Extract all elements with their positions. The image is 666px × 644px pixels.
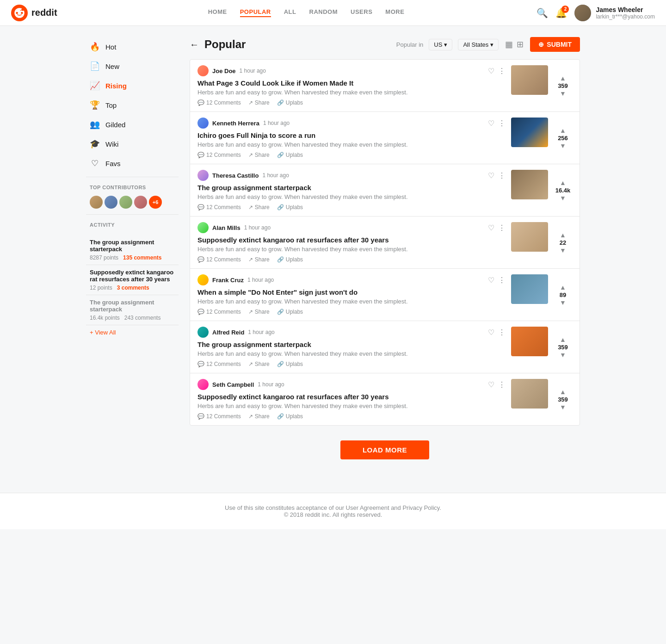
share-link-7[interactable]: ↗ Share bbox=[248, 413, 270, 420]
post-title-5[interactable]: When a simple "Do Not Enter" sign just w… bbox=[197, 288, 506, 296]
main-nav: HOME POPULAR ALL RANDOM USERS MORE bbox=[76, 8, 537, 17]
post-excerpt-4: Herbs are fun and easy to grow. When har… bbox=[197, 246, 506, 253]
uplabs-icon-4: 🔗 bbox=[277, 256, 284, 263]
downvote-button-3[interactable]: ▼ bbox=[560, 195, 566, 201]
nav-users[interactable]: USERS bbox=[351, 8, 372, 17]
nav-all[interactable]: ALL bbox=[284, 8, 296, 17]
sidebar-item-top[interactable]: 🏆 Top bbox=[86, 95, 179, 115]
sidebar-item-hot[interactable]: 🔥 Hot bbox=[86, 37, 179, 56]
heart-button-4[interactable]: ♡ bbox=[488, 223, 494, 232]
upvote-button-2[interactable]: ▲ bbox=[560, 127, 566, 134]
heart-button-2[interactable]: ♡ bbox=[488, 119, 494, 128]
share-label-1: Share bbox=[255, 99, 270, 106]
posts-container: Joe Doe 1 hour ago ♡ ⋮ What Page 3 Could… bbox=[190, 59, 580, 426]
post-title-4[interactable]: Supposedly extinct kangaroo rat resurfac… bbox=[197, 236, 506, 244]
uplabs-link-2[interactable]: 🔗 Uplabs bbox=[277, 152, 303, 158]
activity-comments-1[interactable]: 135 comments bbox=[123, 254, 161, 261]
list-view-button[interactable]: ▦ bbox=[504, 38, 514, 50]
more-button-7[interactable]: ⋮ bbox=[498, 380, 506, 389]
share-link-5[interactable]: ↗ Share bbox=[248, 309, 270, 315]
heart-button-6[interactable]: ♡ bbox=[488, 328, 494, 337]
sidebar-item-gilded[interactable]: 👥 Gilded bbox=[86, 115, 179, 134]
upvote-button-4[interactable]: ▲ bbox=[560, 232, 566, 238]
uplabs-link-7[interactable]: 🔗 Uplabs bbox=[277, 413, 303, 420]
upvote-button-1[interactable]: ▲ bbox=[560, 75, 566, 81]
activity-meta-3: 16.4k points 243 comments bbox=[90, 315, 175, 321]
heart-button-3[interactable]: ♡ bbox=[488, 171, 494, 180]
more-button-2[interactable]: ⋮ bbox=[498, 119, 506, 128]
comments-link-4[interactable]: 💬 12 Comments bbox=[197, 256, 241, 263]
sidebar-label-rising: Rising bbox=[105, 82, 127, 90]
heart-button-7[interactable]: ♡ bbox=[488, 380, 494, 389]
more-button-6[interactable]: ⋮ bbox=[498, 328, 506, 337]
share-label-3: Share bbox=[255, 204, 270, 211]
downvote-button-6[interactable]: ▼ bbox=[560, 352, 566, 358]
view-all-link[interactable]: + View All bbox=[86, 325, 179, 340]
downvote-button-4[interactable]: ▼ bbox=[560, 247, 566, 254]
uplabs-link-3[interactable]: 🔗 Uplabs bbox=[277, 204, 303, 211]
share-link-3[interactable]: ↗ Share bbox=[248, 204, 270, 211]
sidebar-item-favs[interactable]: ♡ Favs bbox=[86, 154, 179, 173]
more-button-1[interactable]: ⋮ bbox=[498, 67, 506, 75]
sidebar-item-new[interactable]: 📄 New bbox=[86, 56, 179, 76]
post-title-3[interactable]: The group assignment starterpack bbox=[197, 184, 506, 192]
uplabs-link-6[interactable]: 🔗 Uplabs bbox=[277, 361, 303, 367]
comments-link-5[interactable]: 💬 12 Comments bbox=[197, 309, 241, 315]
comments-link-3[interactable]: 💬 12 Comments bbox=[197, 204, 241, 211]
share-link-6[interactable]: ↗ Share bbox=[248, 361, 270, 367]
nav-popular[interactable]: POPULAR bbox=[240, 8, 271, 17]
share-link-1[interactable]: ↗ Share bbox=[248, 99, 270, 106]
comments-link-6[interactable]: 💬 12 Comments bbox=[197, 361, 241, 367]
load-more-button[interactable]: LOAD MORE bbox=[340, 440, 429, 459]
share-link-2[interactable]: ↗ Share bbox=[248, 152, 270, 158]
post-title-6[interactable]: The group assignment starterpack bbox=[197, 341, 506, 348]
search-button[interactable]: 🔍 bbox=[536, 7, 548, 19]
post-title-2[interactable]: Ichiro goes Full Ninja to score a run bbox=[197, 131, 506, 139]
state-dropdown[interactable]: All States ▾ bbox=[458, 39, 499, 50]
user-details: James Wheeler larkin_tr***@yahoo.com bbox=[596, 6, 655, 20]
post-title-1[interactable]: What Page 3 Could Look Like if Women Mad… bbox=[197, 79, 506, 87]
activity-divider bbox=[86, 214, 179, 215]
upvote-button-6[interactable]: ▲ bbox=[560, 336, 566, 343]
upvote-button-3[interactable]: ▲ bbox=[560, 180, 566, 186]
upvote-button-5[interactable]: ▲ bbox=[560, 284, 566, 291]
share-link-4[interactable]: ↗ Share bbox=[248, 256, 270, 263]
notifications-button[interactable]: 🔔 2 bbox=[555, 7, 567, 19]
post-bottom-actions-6: 💬 12 Comments ↗ Share 🔗 Uplabs bbox=[197, 361, 506, 367]
downvote-button-5[interactable]: ▼ bbox=[560, 299, 566, 306]
grid-view-button[interactable]: ⊞ bbox=[516, 38, 524, 50]
post-author-avatar-1 bbox=[197, 65, 209, 76]
nav-more[interactable]: MORE bbox=[385, 8, 404, 17]
nav-random[interactable]: RANDOM bbox=[309, 8, 338, 17]
heart-button-1[interactable]: ♡ bbox=[488, 67, 494, 75]
nav-home[interactable]: HOME bbox=[208, 8, 227, 17]
more-button-5[interactable]: ⋮ bbox=[498, 276, 506, 285]
comments-link-2[interactable]: 💬 12 Comments bbox=[197, 152, 241, 158]
uplabs-link-5[interactable]: 🔗 Uplabs bbox=[277, 309, 303, 315]
downvote-button-7[interactable]: ▼ bbox=[560, 404, 566, 410]
comments-link-7[interactable]: 💬 12 Comments bbox=[197, 413, 241, 420]
uplabs-label-1: Uplabs bbox=[286, 99, 303, 106]
sidebar-item-wiki[interactable]: 🎓 Wiki bbox=[86, 134, 179, 154]
region-dropdown[interactable]: US ▾ bbox=[429, 39, 452, 50]
uplabs-link-4[interactable]: 🔗 Uplabs bbox=[277, 256, 303, 263]
contributor-more[interactable]: +6 bbox=[149, 196, 162, 209]
post-author-2: Kenneth Herrera bbox=[212, 120, 259, 127]
upvote-button-7[interactable]: ▲ bbox=[560, 389, 566, 395]
heart-button-5[interactable]: ♡ bbox=[488, 276, 494, 285]
share-label-7: Share bbox=[255, 413, 270, 420]
more-button-3[interactable]: ⋮ bbox=[498, 171, 506, 180]
post-title-7[interactable]: Supposedly extinct kangaroo rat resurfac… bbox=[197, 393, 506, 401]
more-button-4[interactable]: ⋮ bbox=[498, 223, 506, 232]
logo[interactable]: reddit bbox=[11, 5, 57, 21]
comments-link-1[interactable]: 💬 12 Comments bbox=[197, 99, 241, 106]
sidebar-item-rising[interactable]: 📈 Rising bbox=[86, 76, 179, 95]
downvote-button-2[interactable]: ▼ bbox=[560, 142, 566, 149]
back-button[interactable]: ← bbox=[190, 39, 199, 50]
uplabs-link-1[interactable]: 🔗 Uplabs bbox=[277, 99, 303, 106]
submit-button[interactable]: ⊕ SUBMIT bbox=[530, 37, 580, 52]
footer-line-2: © 2018 reddit inc. All rights reserved. bbox=[11, 511, 655, 518]
post-vote-7: ▲ 359 ▼ bbox=[554, 379, 572, 420]
downvote-button-1[interactable]: ▼ bbox=[560, 90, 566, 97]
activity-comments-2[interactable]: 3 comments bbox=[117, 285, 149, 291]
